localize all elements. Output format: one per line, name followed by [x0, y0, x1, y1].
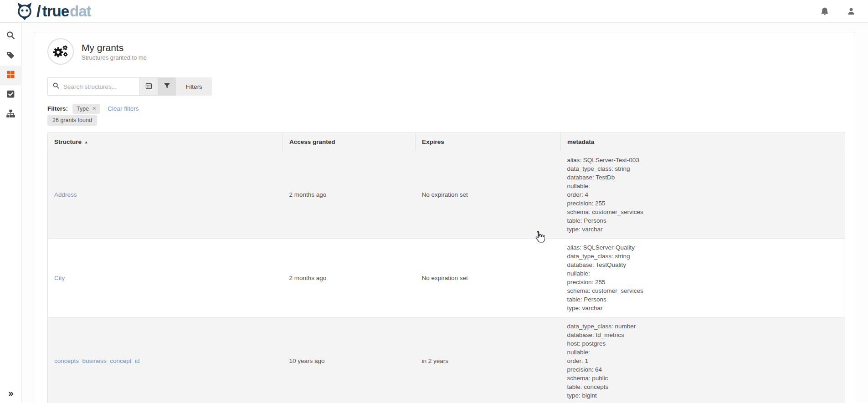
page-header-text: My grants Structures granted to me — [82, 42, 147, 61]
grid-icon — [6, 70, 15, 81]
page-title: My grants — [82, 42, 147, 53]
table-row: concepts_business_concept_id 10 years ag… — [48, 317, 845, 403]
calendar-icon — [145, 82, 153, 92]
app-viewport: / true dat — [0, 0, 868, 403]
filter-chip-label: Type — [77, 106, 89, 112]
logo-slash: / — [36, 2, 41, 20]
page-subtitle: Structures granted to me — [82, 54, 147, 61]
funnel-icon — [163, 82, 171, 92]
column-header-access-granted[interactable]: Access granted — [283, 133, 416, 151]
metadata-cell: alias: SQLServer-Test-003 data_type_clas… — [561, 151, 845, 239]
sidebar-item-tags[interactable] — [0, 46, 22, 66]
sidebar-item-structures[interactable] — [0, 105, 22, 124]
expires-cell: in 2 years — [416, 317, 561, 403]
owl-icon — [15, 1, 34, 22]
chip-close-icon[interactable]: ✕ — [92, 106, 96, 112]
top-bar: / true dat — [0, 0, 868, 23]
sidebar-item-grants[interactable] — [0, 66, 22, 85]
bell-icon[interactable] — [820, 6, 830, 16]
page-header: My grants Structures granted to me — [47, 38, 845, 65]
access-granted-cell: 10 years ago — [283, 317, 416, 403]
filters-button[interactable]: Filters — [176, 77, 212, 96]
clear-filters-link[interactable]: Clear filters — [108, 105, 139, 112]
metadata-cell: data_type_class: number database: td_met… — [561, 317, 845, 403]
structure-link[interactable]: concepts_business_concept_id — [54, 357, 140, 364]
table-header-row: Structure▲ Access granted Expires metada… — [48, 133, 845, 151]
active-filters-row: Filters: Type ✕ Clear filters — [47, 103, 845, 114]
checkbox-icon — [6, 89, 15, 101]
filters-label: Filters: — [47, 105, 68, 112]
search-icon — [52, 82, 60, 91]
filter-chip-type[interactable]: Type ✕ — [72, 104, 100, 114]
access-granted-cell: 2 months ago — [283, 239, 416, 317]
column-header-expires[interactable]: Expires — [416, 133, 561, 151]
search-toolbar: Filters — [47, 77, 845, 96]
search-box — [47, 77, 139, 96]
metadata-cell: alias: SQLServer-Quality data_type_class… — [561, 239, 845, 317]
gears-icon — [47, 38, 74, 65]
my-grants-card: My grants Structures granted to me — [34, 32, 855, 403]
truedat-logo[interactable]: / true dat — [15, 1, 91, 22]
tag-icon — [6, 50, 15, 61]
grants-count-badge: 26 grants found — [47, 115, 97, 126]
column-header-structure[interactable]: Structure▲ — [48, 133, 283, 151]
logo-text-primary: true — [42, 3, 69, 20]
sidebar-item-tasks[interactable] — [0, 85, 22, 105]
expires-cell: No expiration set — [416, 151, 561, 239]
grants-table: Structure▲ Access granted Expires metada… — [47, 133, 845, 403]
sidebar-collapse-button[interactable]: » — [0, 388, 22, 398]
logo-text-secondary: dat — [70, 3, 91, 20]
access-granted-cell: 2 months ago — [283, 151, 416, 239]
table-row: Address 2 months ago No expiration set a… — [48, 151, 845, 239]
user-icon[interactable] — [846, 6, 856, 16]
sitemap-icon — [6, 109, 15, 120]
sort-asc-icon: ▲ — [84, 140, 88, 144]
search-input[interactable] — [63, 83, 135, 90]
topbar-actions — [820, 6, 856, 16]
column-header-metadata[interactable]: metadata — [561, 133, 845, 151]
search-icon — [6, 31, 15, 42]
table-row: City 2 months ago No expiration set alia… — [48, 239, 845, 317]
filters-toggle-button[interactable] — [158, 77, 176, 96]
sidebar-item-search[interactable] — [0, 26, 22, 46]
sidebar: » — [0, 23, 22, 403]
expires-cell: No expiration set — [416, 239, 561, 317]
structure-link[interactable]: Address — [54, 191, 77, 198]
structure-link[interactable]: City — [54, 275, 65, 281]
date-filter-button[interactable] — [139, 77, 158, 96]
